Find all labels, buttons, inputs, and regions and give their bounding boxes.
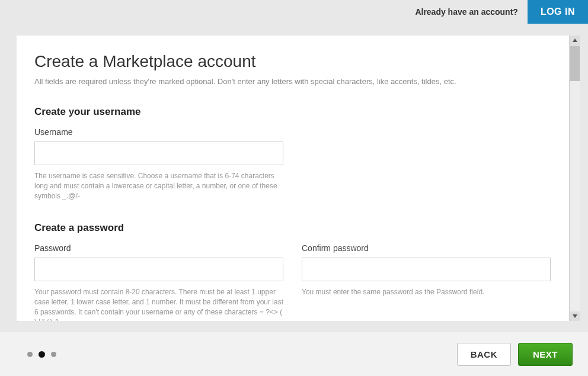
progress-dot-1: [27, 352, 33, 357]
confirm-password-label: Confirm password: [302, 243, 551, 253]
password-help-text: Your password must contain 8-20 characte…: [34, 287, 284, 321]
progress-dot-3: [51, 352, 56, 357]
scrollbar-vertical[interactable]: [569, 36, 580, 321]
already-have-account-text: Already have an account?: [415, 7, 518, 17]
page-subtitle: All fields are required unless they're m…: [34, 77, 551, 86]
footer-buttons: BACK NEXT: [457, 343, 573, 366]
main-content-wrap: Create a Marketplace account All fields …: [17, 36, 580, 321]
confirm-password-help-text: You must enter the same password as the …: [302, 287, 551, 297]
confirm-password-input[interactable]: [302, 258, 551, 281]
password-col: Password Your password must contain 8-20…: [34, 243, 284, 321]
username-section: Create your username Username The userna…: [34, 106, 551, 201]
footer-bar: BACK NEXT: [0, 332, 588, 376]
progress-dot-2-active: [39, 351, 45, 358]
page-title: Create a Marketplace account: [34, 52, 551, 71]
password-section-heading: Create a password: [34, 222, 551, 234]
username-help-text: The username is case sensitive. Choose a…: [34, 171, 289, 201]
username-section-heading: Create your username: [34, 106, 551, 118]
scroll-down-arrow-icon[interactable]: [570, 311, 580, 321]
scroll-up-arrow-icon[interactable]: [570, 36, 580, 45]
form-panel: Create a Marketplace account All fields …: [17, 36, 569, 321]
password-input[interactable]: [34, 258, 283, 281]
password-label: Password: [34, 243, 284, 253]
username-input[interactable]: [34, 142, 283, 165]
scroll-thumb[interactable]: [570, 46, 580, 81]
confirm-password-col: Confirm password You must enter the same…: [302, 243, 551, 321]
back-button[interactable]: BACK: [457, 343, 511, 366]
password-section: Create a password Password Your password…: [34, 222, 551, 321]
login-button[interactable]: LOG IN: [528, 0, 588, 24]
progress-dots: [27, 351, 56, 358]
username-label: Username: [34, 127, 551, 137]
next-button[interactable]: NEXT: [518, 343, 573, 366]
top-bar: Already have an account? LOG IN: [0, 0, 588, 24]
